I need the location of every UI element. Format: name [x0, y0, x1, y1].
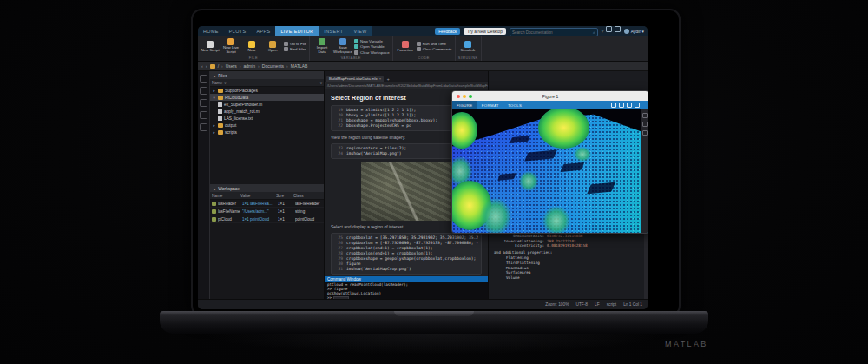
status-cursor-position[interactable]: Ln 1 Col 1 — [623, 302, 642, 307]
workspace-row[interactable]: lasReader1×1 lasFileRea...1×1lasFileRead… — [210, 200, 324, 208]
open-folder-icon — [269, 41, 276, 48]
breadcrumb-segment[interactable]: MATLAB — [291, 63, 308, 69]
copy-figure-icon[interactable] — [619, 103, 624, 108]
code-line[interactable]: 31imshow("AerialMapCrop.png") — [334, 267, 478, 272]
save-workspace-button[interactable]: Save Workspace — [333, 37, 352, 56]
code-block-3[interactable]: 25cropbboxlat = [35.2971850; 35.2931902;… — [331, 233, 482, 275]
workspace-row[interactable]: ptCloud1×1 pointCloud1×1pointCloud — [210, 215, 324, 223]
favorites-button[interactable]: Favorites — [396, 37, 415, 56]
search-panel-icon[interactable] — [200, 99, 207, 107]
simulink-icon — [464, 41, 471, 48]
user-menu[interactable]: Aydin▾ — [631, 26, 644, 36]
try-new-desktop-button[interactable]: Try a New Desktop — [464, 28, 506, 35]
breadcrumb-segment[interactable]: Documents — [262, 63, 284, 69]
open-variable-button[interactable]: Open Variable — [354, 44, 390, 49]
tree-row[interactable]: LAS_license.txt — [210, 115, 324, 122]
search-box[interactable]: ⌕ — [510, 28, 598, 36]
workspace-column-header[interactable]: Name Value Size Class — [210, 192, 324, 200]
breadcrumb-segment[interactable]: Users — [226, 63, 237, 69]
minimize-window-button[interactable] — [463, 95, 466, 98]
status-zoom[interactable]: Zoom: 100% — [545, 302, 569, 307]
tab-view[interactable]: VIEW — [348, 26, 372, 36]
figure-title-bar[interactable]: Figure 1 — [452, 91, 648, 101]
simulink-button[interactable]: Simulink — [458, 37, 477, 56]
profiler-panel-icon[interactable] — [200, 111, 207, 119]
workspace-panel: ⌄Workspace Name Value Size Class lasRead… — [210, 184, 324, 300]
expand-icon[interactable]: ▸ — [212, 89, 216, 93]
files-panel-icon[interactable] — [200, 75, 207, 83]
import-data-button[interactable]: Import Data — [312, 37, 332, 56]
point-cloud-canvas[interactable] — [452, 109, 648, 233]
save-figure-icon[interactable] — [611, 103, 616, 108]
var-name: lasFileName — [218, 209, 242, 214]
tree-row[interactable]: ▸scripts — [210, 129, 324, 136]
workspace-row[interactable]: lasFileName"/Users/adm..."1×1string — [210, 208, 324, 215]
tree-row[interactable]: ▸SupportPackages — [210, 87, 324, 94]
editor-path-bar: /Users/admin/Documents/MATLAB/Examples/R… — [325, 82, 488, 89]
tab-insert[interactable]: INSERT — [319, 26, 348, 36]
col-class[interactable]: Class — [293, 194, 322, 198]
new-script-button[interactable]: New Script — [201, 37, 220, 56]
search-input[interactable] — [512, 30, 593, 35]
search-icon[interactable]: ⌕ — [593, 30, 595, 36]
files-column-header[interactable]: Name▾▾ — [210, 79, 324, 87]
command-window-body[interactable]: ptCloud = readPointCloud(lasReader); >> … — [325, 282, 488, 300]
notifications-icon[interactable] — [606, 26, 612, 32]
expand-icon[interactable]: ▸ — [212, 130, 216, 135]
editor-tab[interactable]: BuildMapFromLidarData.mlx× — [326, 76, 384, 82]
col-value[interactable]: Value — [240, 194, 276, 198]
status-eol[interactable]: LF — [595, 302, 600, 307]
clear-commands-button[interactable]: Clear Commands — [417, 47, 452, 51]
open-button[interactable]: Open — [263, 37, 282, 56]
col-name[interactable]: Name — [212, 194, 240, 198]
expand-icon[interactable]: ▾ — [212, 96, 216, 100]
status-encoding[interactable]: UTF-8 — [575, 302, 588, 307]
filter-icon[interactable]: ▾ — [320, 81, 322, 85]
zoom-window-button[interactable] — [469, 95, 472, 98]
tab-home[interactable]: HOME — [198, 26, 224, 36]
expand-icon[interactable]: ▸ — [212, 123, 216, 128]
figure-tab-figure[interactable]: FIGURE — [452, 101, 477, 109]
find-files-button[interactable]: Find Files — [284, 47, 306, 51]
tab-live-editor[interactable]: LIVE EDITOR — [275, 26, 319, 36]
clear-workspace-button[interactable]: Clear Workspace — [354, 50, 390, 55]
figure-settings-icon[interactable] — [627, 103, 632, 108]
avatar[interactable] — [624, 29, 629, 34]
button-label: Save Workspace — [333, 46, 352, 55]
tree-row[interactable]: ▾PtCloudData — [210, 94, 324, 101]
new-live-script-button[interactable]: New Live Script — [221, 37, 240, 56]
new-button[interactable]: New — [242, 37, 261, 56]
tab-plots[interactable]: PLOTS — [224, 26, 252, 36]
figure-tab-tools[interactable]: TOOLS — [503, 101, 527, 109]
help-panel-icon[interactable] — [200, 123, 207, 131]
tree-row[interactable]: apply_match_rot.m — [210, 108, 324, 115]
new-variable-button[interactable]: New Variable — [354, 39, 390, 43]
close-window-button[interactable] — [457, 95, 460, 98]
export-figure-icon[interactable] — [635, 103, 640, 108]
community-icon[interactable] — [615, 26, 621, 32]
files-panel-header[interactable]: ⌄Files — [210, 71, 324, 79]
figure-tab-format[interactable]: FORMAT — [477, 101, 503, 109]
file-icon — [218, 116, 222, 121]
tree-row[interactable]: ex_SuperPtHolder.m — [210, 101, 324, 108]
figure-side-toolbar[interactable] — [641, 109, 648, 233]
workspace-panel-icon[interactable] — [200, 87, 207, 95]
figure-window[interactable]: Figure 1 FIGURE FORMAT TOOLS — [451, 90, 648, 234]
back-button[interactable]: ‹ — [201, 63, 203, 69]
tab-apps[interactable]: APPS — [251, 26, 275, 36]
col-size[interactable]: Size — [276, 194, 293, 198]
feedback-button[interactable]: Feedback — [435, 28, 460, 35]
collapse-icon: ⌄ — [213, 186, 216, 191]
help-icon[interactable]: ? — [601, 26, 603, 36]
command-window-title[interactable]: Command Window — [325, 276, 488, 282]
close-icon[interactable]: × — [379, 76, 382, 81]
editor-path: /Users/admin/Documents/MATLAB/Examples/R… — [327, 83, 488, 88]
workspace-panel-header[interactable]: ⌄Workspace — [210, 184, 324, 192]
tree-row[interactable]: ▸output — [210, 122, 324, 129]
run-and-time-button[interactable]: Run and Time — [417, 42, 452, 46]
go-to-file-button[interactable]: Go to File — [284, 42, 306, 46]
breadcrumb-segment[interactable]: / — [218, 63, 219, 69]
status-filetype[interactable]: script — [607, 302, 616, 307]
forward-button[interactable]: › — [206, 63, 207, 69]
breadcrumb-segment[interactable]: admin — [243, 63, 255, 69]
